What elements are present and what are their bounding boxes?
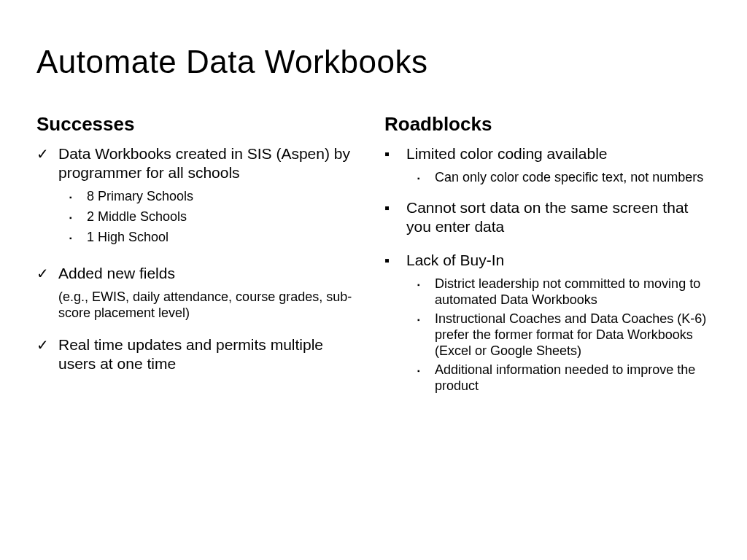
successes-heading: Successes [36, 113, 363, 136]
item-text: 2 Middle Schools [87, 209, 187, 225]
list-item: ▪ Limited color coding available [384, 144, 711, 163]
list-item: ▪ 1 High School [36, 229, 363, 246]
square-icon: ▪ [384, 251, 406, 270]
item-text: Can only color code specific text, not n… [435, 169, 703, 185]
square-icon: ▪ [417, 311, 435, 328]
list-item: ▪ Instructional Coaches and Data Coaches… [384, 311, 711, 359]
note-text: (e.g., EWIS, daily attendance, course gr… [36, 289, 363, 321]
list-item: ▪ 8 Primary Schools [36, 188, 363, 206]
slide-title: Automate Data Workbooks [36, 44, 711, 80]
list-item: ▪ District leadership not committed to m… [384, 276, 711, 308]
item-text: District leadership not committed to mov… [435, 276, 711, 308]
square-icon: ▪ [69, 188, 87, 206]
list-item: ▪ Can only color code specific text, not… [384, 169, 711, 187]
checkmark-icon: ✓ [36, 264, 58, 283]
content-columns: Successes ✓ Data Workbooks created in SI… [36, 113, 711, 397]
checkmark-icon: ✓ [36, 335, 58, 354]
item-text: Limited color coding available [406, 144, 608, 163]
list-item: ▪ Lack of Buy-In [384, 251, 711, 270]
list-item: ✓ Data Workbooks created in SIS (Aspen) … [36, 144, 363, 182]
square-icon: ▪ [69, 209, 87, 226]
square-icon: ▪ [384, 198, 406, 217]
square-icon: ▪ [384, 144, 406, 163]
right-column: Roadblocks ▪ Limited color coding availa… [384, 113, 711, 397]
square-icon: ▪ [417, 362, 435, 379]
square-icon: ▪ [417, 276, 435, 293]
roadblocks-heading: Roadblocks [384, 113, 711, 136]
list-item: ▪ 2 Middle Schools [36, 209, 363, 226]
item-text: 8 Primary Schools [87, 188, 193, 204]
item-text: Lack of Buy-In [406, 251, 504, 270]
list-item: ▪ Cannot sort data on the same screen th… [384, 198, 711, 236]
item-text: Data Workbooks created in SIS (Aspen) by… [58, 144, 363, 182]
square-icon: ▪ [69, 229, 87, 246]
item-text: Added new fields [58, 264, 175, 283]
item-text: Real time updates and permits multiple u… [58, 335, 363, 373]
list-item: ▪ Additional information needed to impro… [384, 362, 711, 394]
item-text: Cannot sort data on the same screen that… [406, 198, 711, 236]
item-text: 1 High School [87, 229, 169, 245]
square-icon: ▪ [417, 169, 435, 187]
left-column: Successes ✓ Data Workbooks created in SI… [36, 113, 363, 397]
item-text: Additional information needed to improve… [435, 362, 711, 394]
list-item: ✓ Added new fields [36, 264, 363, 283]
list-item: ✓ Real time updates and permits multiple… [36, 335, 363, 373]
item-text: Instructional Coaches and Data Coaches (… [435, 311, 711, 359]
checkmark-icon: ✓ [36, 144, 58, 163]
